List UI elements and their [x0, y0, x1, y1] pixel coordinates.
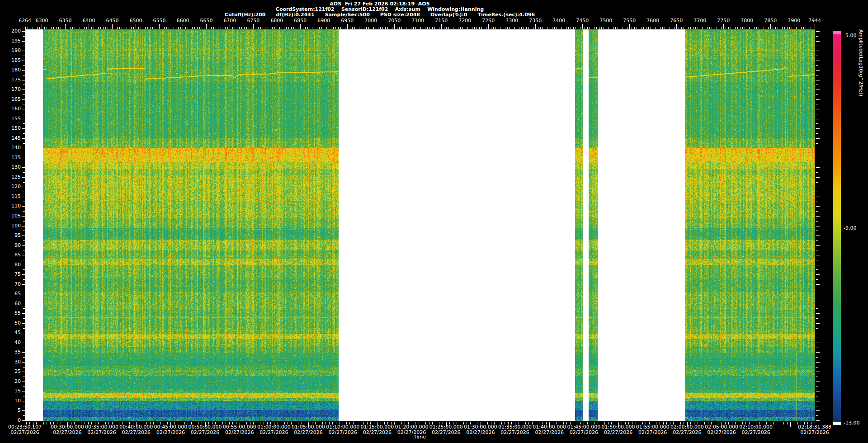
spectrogram-canvas[interactable]: [25, 29, 815, 421]
top-axis-minor-tick: [509, 27, 510, 29]
frequency-axis-label: 105: [10, 213, 21, 219]
frequency-axis-label: 25: [10, 369, 21, 374]
top-axis-label: 6750: [246, 18, 260, 24]
colorbar-tick-label: -5.00: [844, 33, 856, 38]
frequency-axis-label: 80: [10, 262, 21, 268]
frequency-axis-label: 5: [10, 408, 21, 413]
top-axis-label: 7650: [669, 18, 684, 24]
top-axis-minor-tick: [44, 27, 45, 29]
top-axis-minor-tick: [698, 27, 698, 29]
right-frequency-tick: [816, 289, 818, 289]
top-axis-minor-tick: [446, 27, 447, 29]
frequency-axis-label: 100: [10, 223, 21, 229]
frequency-axis-label: 70: [10, 282, 21, 287]
frequency-axis-tick: [22, 138, 25, 139]
top-axis-minor-tick: [742, 27, 743, 29]
top-axis-minor-tick: [448, 27, 449, 29]
top-axis-minor-tick: [185, 27, 186, 29]
top-axis-minor-tick: [460, 27, 461, 29]
top-axis-minor-tick: [105, 27, 106, 29]
right-frequency-tick: [816, 260, 818, 260]
top-axis-minor-tick: [98, 27, 99, 29]
right-frequency-tick: [816, 172, 818, 173]
frequency-axis-tick: [22, 51, 25, 51]
top-axis-minor-tick: [651, 27, 651, 29]
top-axis-minor-tick: [752, 27, 752, 29]
top-axis-minor-tick: [759, 27, 759, 29]
right-frequency-tick: [816, 148, 820, 148]
top-axis-label: 7350: [528, 18, 542, 24]
top-axis-tick: [418, 24, 418, 29]
right-frequency-tick: [816, 245, 820, 246]
top-axis-minor-tick: [806, 27, 806, 29]
top-axis-minor-tick: [75, 27, 75, 29]
top-axis-minor-tick: [244, 27, 245, 29]
top-axis-minor-tick: [354, 27, 355, 29]
top-axis-minor-tick: [571, 27, 571, 29]
top-axis-label: 6550: [152, 18, 166, 24]
top-axis-minor-tick: [91, 27, 92, 29]
right-frequency-tick: [816, 308, 818, 309]
top-axis-tick: [277, 24, 277, 29]
top-axis-minor-tick: [272, 27, 273, 29]
amplitude-axis-label: Amplitude(Log10(g^2/Hz)): [858, 29, 864, 421]
top-axis-minor-tick: [679, 27, 679, 29]
top-axis-minor-tick: [429, 27, 430, 29]
top-axis-minor-tick: [712, 27, 712, 29]
top-axis-minor-tick: [439, 27, 439, 29]
right-frequency-tick: [816, 382, 820, 382]
frequency-axis-tick: [22, 216, 25, 217]
top-axis-minor-tick: [385, 27, 386, 29]
frequency-axis-label: 75: [10, 272, 21, 277]
top-axis-minor-tick: [476, 27, 477, 29]
right-frequency-tick: [816, 177, 820, 178]
top-axis-label: 6264: [18, 18, 32, 24]
frequency-axis-tick: [22, 236, 25, 236]
top-axis-minor-tick: [133, 27, 134, 29]
right-frequency-tick: [816, 51, 820, 51]
top-axis-minor-tick: [352, 27, 353, 29]
right-frequency-tick: [816, 415, 818, 416]
top-axis-minor-tick: [514, 27, 515, 29]
frequency-axis-tick: [22, 158, 25, 158]
top-axis-minor-tick: [714, 27, 714, 29]
top-axis-minor-tick: [585, 27, 585, 29]
top-axis-tick: [253, 24, 254, 29]
right-frequency-tick: [816, 333, 820, 333]
frequency-axis-label: 190: [10, 48, 21, 53]
frequency-axis-tick: [22, 420, 25, 421]
frequency-axis-tick: [22, 391, 25, 391]
top-axis-minor-tick: [705, 27, 705, 29]
top-axis-minor-tick: [213, 27, 214, 29]
top-axis-minor-tick: [227, 27, 228, 29]
top-axis-minor-tick: [415, 27, 416, 29]
top-axis-minor-tick: [467, 27, 468, 29]
top-axis-minor-tick: [241, 27, 242, 29]
top-axis-minor-tick: [274, 27, 275, 29]
top-axis-label: 6900: [316, 18, 331, 24]
top-axis-minor-tick: [28, 27, 28, 29]
top-axis-minor-tick: [561, 27, 562, 29]
top-axis-minor-tick: [540, 27, 541, 29]
top-axis-tick: [136, 24, 136, 29]
right-frequency-tick: [816, 338, 818, 338]
top-axis-minor-tick: [305, 27, 306, 29]
top-axis-minor-tick: [413, 27, 414, 29]
aos-spectrogram-app: AOS Fri 27 Feb 2026 02:18:19 AOS CoordSy…: [0, 0, 868, 443]
frequency-axis-label: 35: [10, 349, 21, 355]
top-axis-minor-tick: [237, 27, 237, 29]
top-axis-label: 7944: [807, 18, 822, 24]
top-axis-minor-tick: [364, 27, 364, 29]
top-axis-label: 6300: [34, 18, 49, 24]
top-axis-minor-tick: [392, 27, 392, 29]
top-axis-minor-tick: [684, 27, 684, 29]
top-axis-minor-tick: [521, 27, 522, 29]
top-axis-tick: [112, 24, 113, 29]
top-axis-minor-tick: [484, 27, 484, 29]
time-axis-minor-tick: [47, 422, 47, 424]
top-axis-minor-tick: [566, 27, 566, 29]
right-frequency-tick: [816, 274, 820, 275]
top-axis-minor-tick: [166, 27, 167, 29]
frequency-axis-tick: [22, 109, 25, 109]
right-frequency-tick: [816, 367, 818, 368]
